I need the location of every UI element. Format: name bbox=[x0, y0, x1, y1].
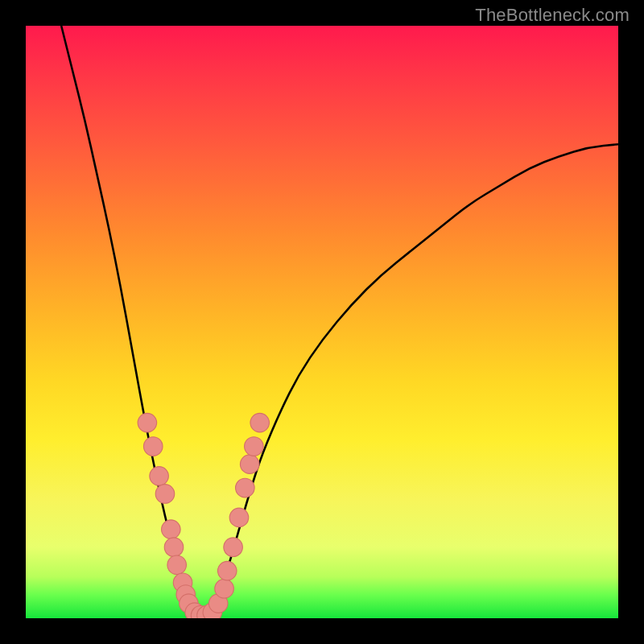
bottleneck-curve bbox=[61, 26, 618, 618]
chart-frame: TheBottleneck.com bbox=[0, 0, 644, 644]
chart-svg bbox=[26, 26, 618, 618]
data-dot bbox=[167, 555, 187, 575]
data-dot bbox=[215, 579, 234, 598]
data-dot bbox=[143, 437, 163, 456]
data-dot bbox=[250, 413, 270, 432]
data-dot bbox=[245, 437, 264, 456]
data-dot bbox=[150, 467, 169, 486]
data-dot bbox=[224, 538, 243, 557]
data-dot bbox=[229, 508, 249, 527]
data-dot bbox=[236, 478, 255, 497]
data-dot bbox=[164, 538, 184, 557]
data-dot bbox=[138, 413, 157, 432]
data-dot bbox=[155, 485, 175, 504]
plot-area bbox=[26, 26, 618, 618]
data-dot bbox=[162, 520, 181, 539]
data-dot bbox=[217, 561, 237, 580]
watermark-text: TheBottleneck.com bbox=[475, 5, 630, 26]
data-dots bbox=[138, 413, 269, 618]
data-dot bbox=[240, 455, 259, 474]
